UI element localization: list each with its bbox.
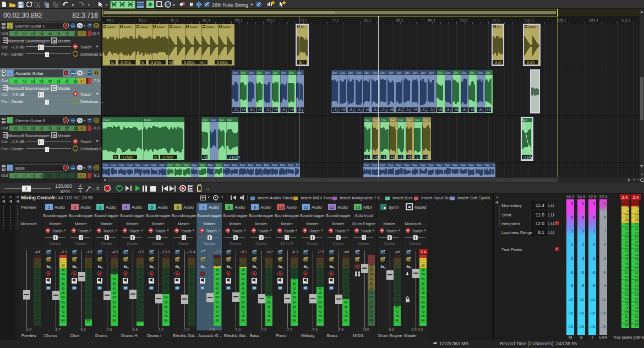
svg-text:60: 60 <box>215 301 219 304</box>
svg-text:Audio: Audio <box>106 205 116 210</box>
svg-text:Del: Del <box>216 164 221 167</box>
svg-text:Del: Del <box>167 164 172 167</box>
svg-text:Acoustic Guitar: Acoustic Guitar <box>15 71 43 76</box>
svg-text:Audio: Audio <box>260 205 271 210</box>
svg-text:27: 27 <box>625 236 629 239</box>
svg-text:= C: = C <box>92 186 100 191</box>
svg-text:Del: Del <box>380 71 385 74</box>
svg-text:Master: Master <box>404 333 417 338</box>
svg-text:72: 72 <box>241 310 244 313</box>
svg-text:×: × <box>2 194 5 199</box>
svg-text:60: 60 <box>421 301 424 304</box>
svg-text:fx: fx <box>78 24 81 28</box>
svg-text:ο: ο <box>307 266 309 269</box>
svg-text:Del: Del <box>389 71 394 74</box>
svg-text:ο: ο <box>230 266 232 269</box>
svg-text:Microsoft Soundmapper: Microsoft Soundmapper <box>8 39 50 44</box>
svg-text:Soundmapper: Soundmapper <box>120 213 145 218</box>
svg-text:66: 66 <box>318 305 321 308</box>
svg-text:fx: fx <box>154 155 157 159</box>
svg-text:Del: Del <box>405 164 410 167</box>
svg-text:Del: Del <box>127 164 132 167</box>
svg-text:23.3: 23.3 <box>599 194 608 199</box>
svg-text:Microsoft Soundmapper: Microsoft Soundmapper <box>8 133 50 138</box>
svg-text:-12: -12 <box>601 297 607 301</box>
svg-text:6: 6 <box>177 205 179 210</box>
svg-text:+5: +5 <box>407 155 412 159</box>
svg-text:Audio: Audio <box>80 205 91 210</box>
svg-text:48: 48 <box>267 291 270 295</box>
svg-text:Microsoft …: Microsoft … <box>405 221 425 226</box>
svg-text:Soundmapper: Soundmapper <box>249 213 274 218</box>
svg-text:-6.3: -6.3 <box>292 250 298 254</box>
svg-text:-7.0: -7.0 <box>286 328 292 331</box>
svg-text:fx: fx <box>78 71 81 75</box>
svg-text:36: 36 <box>241 282 244 285</box>
svg-text:Del: Del <box>438 71 443 74</box>
svg-text:30: 30 <box>267 278 270 281</box>
svg-text:Touch: Touch <box>386 229 396 233</box>
svg-text:51: 51 <box>635 271 638 274</box>
svg-text:Del: Del <box>288 164 293 167</box>
svg-text:Synth: Synth <box>389 205 399 210</box>
svg-text:39: 39 <box>625 253 629 257</box>
svg-text:27: 27 <box>65 79 69 83</box>
svg-text:36: 36 <box>57 79 61 83</box>
svg-text:12.0: 12.0 <box>535 221 544 226</box>
svg-text:2: 2 <box>74 205 76 210</box>
svg-text:Del: Del <box>413 71 418 74</box>
svg-text:Mixing Console:: Mixing Console: <box>21 195 57 200</box>
svg-text:Vol:: Vol: <box>1 45 8 50</box>
svg-text:Soundmapper: Soundmapper <box>146 213 171 218</box>
svg-text:-15: -15 <box>568 311 574 315</box>
svg-text:-3 (G)fx: -3 (G)fx <box>228 155 241 160</box>
svg-text:-7.0: -7.0 <box>260 328 266 331</box>
svg-text:60: 60 <box>635 284 638 287</box>
svg-text:Del: Del <box>224 164 229 167</box>
svg-text:30: 30 <box>61 278 64 281</box>
svg-text:×: × <box>17 194 19 199</box>
svg-text:84: 84 <box>421 319 424 322</box>
svg-text:36: 36 <box>57 32 61 36</box>
svg-text:84: 84 <box>635 319 638 323</box>
svg-text:-3.3: -3.3 <box>61 250 67 254</box>
svg-text:12: 12 <box>138 264 141 267</box>
svg-text:24: 24 <box>369 273 373 276</box>
svg-text:84: 84 <box>215 319 219 322</box>
svg-text:Center: Center <box>11 99 24 104</box>
svg-text:Master: Master <box>332 221 345 226</box>
svg-text:-5 (: -5 ( <box>349 108 355 112</box>
svg-text:27: 27 <box>65 127 69 130</box>
svg-text:24: 24 <box>421 273 424 276</box>
svg-text:36: 36 <box>267 282 270 285</box>
svg-text:Soundmapper: Soundmapper <box>300 213 325 218</box>
svg-text:-5 (: -5 ( <box>478 108 484 112</box>
svg-text:-7.0: -7.0 <box>208 328 215 331</box>
svg-text:30: 30 <box>35 278 39 281</box>
svg-text:78: 78 <box>318 314 321 318</box>
svg-text:Del: Del <box>135 164 140 167</box>
svg-text:Del: Del <box>184 164 189 167</box>
svg-text:Touch: Touch <box>335 229 345 233</box>
svg-text:48: 48 <box>369 291 373 295</box>
svg-text:66: 66 <box>421 305 424 308</box>
svg-text:Touch: Touch <box>412 229 422 233</box>
svg-text:81: 81 <box>14 32 18 36</box>
svg-text:+5: +5 <box>290 108 294 112</box>
svg-text:36: 36 <box>635 249 638 252</box>
svg-text:33: 33 <box>625 244 629 248</box>
svg-text:Del: Del <box>151 164 156 167</box>
svg-text:Insert Audio Track: Insert Audio Track <box>258 195 293 200</box>
svg-text:42: 42 <box>241 287 244 290</box>
svg-text:ο: ο <box>50 266 52 269</box>
svg-text:-inf.: -inf. <box>35 250 41 254</box>
svg-text:-inf.: -inf. <box>395 250 401 254</box>
svg-text:16.2: 16.2 <box>566 194 575 199</box>
svg-text:Touch: Touch <box>232 229 242 233</box>
svg-text:-10.4: -10.4 <box>187 250 195 254</box>
svg-text:-12: -12 <box>579 297 585 301</box>
svg-text:Vol:: Vol: <box>1 139 8 144</box>
svg-text:Delic: Delic <box>107 25 115 29</box>
svg-text:60: 60 <box>344 301 347 304</box>
svg-text:15: 15 <box>635 218 638 221</box>
